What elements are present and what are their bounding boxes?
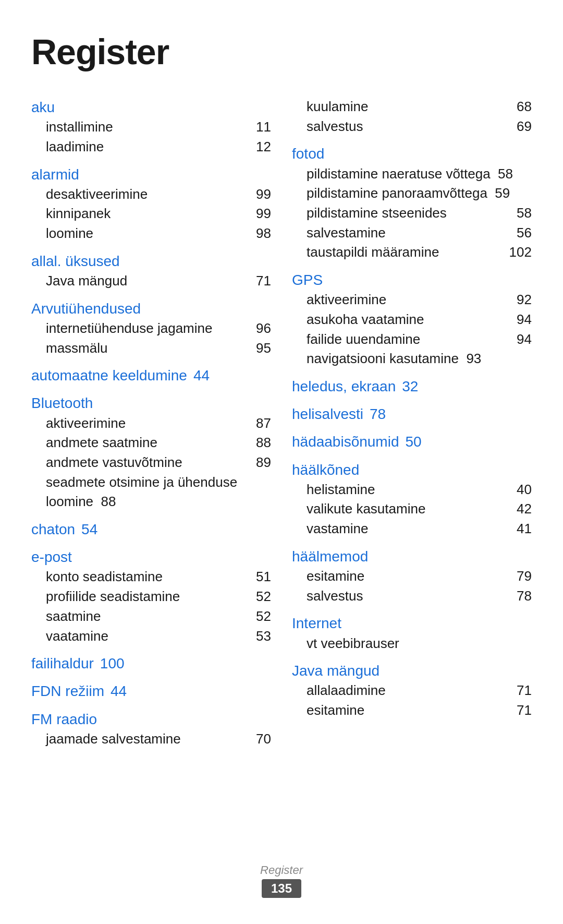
index-section-fdn: FDN režiim44 [31,681,271,701]
list-item: valikute kasutamine 42 [292,499,532,519]
list-item: andmete vastuvõtmine 89 [31,453,271,473]
list-item: Java mängud 71 [31,271,271,291]
list-item: esitamine 79 [292,567,532,586]
term-fotod: fotod [292,143,532,164]
list-item: helistamine 40 [292,480,532,500]
index-section-alarmid: alarmid desaktiveerimine 99 kinnipanek 9… [31,164,271,244]
index-section-fm: FM raadio jaamade salvestamine 70 [31,709,271,749]
list-item: loomine 98 [31,224,271,244]
index-section-failihaldur: failihaldur100 [31,653,271,674]
list-item: aktiveerimine 92 [292,290,532,310]
index-section-epost: e-post konto seadistamine 51 profiilide … [31,547,271,646]
list-item: desaktiveerimine 99 [31,185,271,205]
index-section-bluetooth: Bluetooth aktiveerimine 87 andmete saatm… [31,393,271,512]
list-item: laadimine 12 [31,137,271,157]
footer-label: Register [0,863,563,877]
list-item: pildistamine stseenides 58 [292,203,532,223]
term-alarmid: alarmid [31,164,271,185]
index-section-hadaabi: hädaabisõnumid50 [292,431,532,452]
term-internet: Internet [292,613,532,633]
right-column: kuulamine 68 salvestus 69 fotod pildista… [292,97,532,756]
index-section-arvuti: Arvutiühendused internetiühenduse jagami… [31,298,271,358]
term-arvuti: Arvutiühendused [31,298,271,319]
left-column: aku installimine 11 laadimine 12 alarmid… [31,97,292,756]
term-java: Java mängud [292,661,532,681]
term-fdn: FDN režiim44 [31,681,271,701]
term-allal: allal. üksused [31,251,271,271]
term-epost: e-post [31,547,271,567]
list-item: asukoha vaatamine 94 [292,310,532,330]
term-chaton: chaton54 [31,519,271,539]
index-section-haalko: häälkõned helistamine 40 valikute kasuta… [292,460,532,539]
list-item: konto seadistamine 51 [31,567,271,587]
term-helisalvesti: helisalvesti78 [292,404,532,424]
index-section-internet: Internet vt veebibrauser [292,613,532,653]
index-section-automaatne: automaatne keeldumine44 [31,365,271,386]
index-section-java: Java mängud allalaadimine 71 esitamine 7… [292,661,532,721]
list-item: kinnipanek 99 [31,204,271,224]
list-item: saatmine 52 [31,607,271,627]
list-item: vastamine 41 [292,519,532,539]
index-section-fm-cont: kuulamine 68 salvestus 69 [292,97,532,136]
term-bluetooth: Bluetooth [31,393,271,413]
term-heledus: heledus, ekraan32 [292,376,532,397]
list-item: massmälu 95 [31,339,271,358]
list-item: vaatamine 53 [31,627,271,646]
index-section-allal: allal. üksused Java mängud 71 [31,251,271,291]
term-gps: GPS [292,270,532,290]
index-section-chaton: chaton54 [31,519,271,539]
term-hadaabi: hädaabisõnumid50 [292,431,532,452]
list-item: pildistamine naeratuse võttega 58 [292,164,532,184]
index-section-fotod: fotod pildistamine naeratuse võttega 58 … [292,143,532,262]
list-item: aktiveerimine 87 [31,414,271,434]
term-automaatne: automaatne keeldumine44 [31,365,271,386]
index-section-aku: aku installimine 11 laadimine 12 [31,97,271,157]
list-item: andmete saatmine 88 [31,433,271,453]
term-failihaldur: failihaldur100 [31,653,271,674]
list-item: salvestus 78 [292,586,532,606]
list-item: installimine 11 [31,117,271,137]
term-aku: aku [31,97,271,117]
term-haalme: häälmemod [292,546,532,567]
page-title: Register [31,31,532,72]
list-item: salvestus 69 [292,117,532,137]
list-item: allalaadimine 71 [292,681,532,701]
list-item: pildistamine panoraamvõttega 59 [292,184,532,203]
list-item: kuulamine 68 [292,97,532,117]
list-item: salvestamine 56 [292,223,532,243]
index-section-haalme: häälmemod esitamine 79 salvestus 78 [292,546,532,606]
term-fm: FM raadio [31,709,271,729]
list-item: jaamade salvestamine 70 [31,729,271,749]
list-item: navigatsiooni kasutamine 93 [292,349,532,369]
list-item: internetiühenduse jagamine 96 [31,319,271,339]
footer: Register 135 [0,863,563,898]
index-section-helisalvesti: helisalvesti78 [292,404,532,424]
footer-page: 135 [262,879,301,898]
index-layout: aku installimine 11 laadimine 12 alarmid… [31,97,532,756]
index-section-heledus: heledus, ekraan32 [292,376,532,397]
index-section-gps: GPS aktiveerimine 92 asukoha vaatamine 9… [292,270,532,369]
term-haalko: häälkõned [292,460,532,480]
list-item: taustapildi määramine 102 [292,243,532,262]
list-item: esitamine 71 [292,701,532,721]
list-item: failide uuendamine 94 [292,330,532,350]
list-item: profiilide seadistamine 52 [31,587,271,607]
list-item: vt veebibrauser [292,634,532,654]
list-item: seadmete otsimine ja ühenduse loomine 88 [31,473,271,512]
